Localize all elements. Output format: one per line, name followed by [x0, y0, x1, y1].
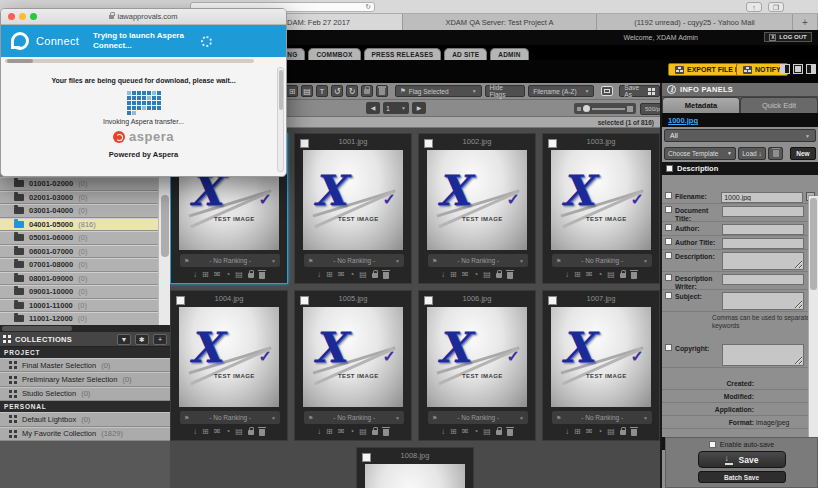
add-to-collection-icon[interactable]: ⊞: [574, 270, 581, 280]
field-checkbox[interactable]: [665, 344, 672, 351]
ranking-dropdown[interactable]: ⚑ - No Ranking - ▼: [428, 411, 528, 424]
browser-tab-xdam-project[interactable]: XDAM QA Server: Test Project A: [403, 14, 597, 30]
email-icon[interactable]: ✉: [214, 427, 221, 437]
flag-selected-dropdown[interactable]: ⚑ Flag Selected ▼: [395, 85, 482, 97]
download-icon[interactable]: ↓: [317, 270, 321, 280]
download-icon[interactable]: ↓: [193, 270, 197, 280]
folder-item[interactable]: 01001-02000(0): [0, 177, 158, 191]
save-button[interactable]: ↓ Save: [698, 451, 786, 468]
description-textarea[interactable]: [722, 252, 804, 270]
next-page-button[interactable]: ▶: [412, 102, 426, 114]
sort-dropdown[interactable]: Filename (A-Z) ▼: [528, 85, 594, 97]
choose-template-dropdown[interactable]: Choose Template ▼: [664, 147, 736, 160]
asset-thumbnail[interactable]: X TEST IMAGE ✓: [303, 307, 403, 407]
add-to-collection-icon[interactable]: ⊞: [450, 427, 457, 437]
ranking-dropdown[interactable]: ⚑ - No Ranking - ▼: [304, 254, 404, 267]
scrollbar-thumb[interactable]: [810, 198, 817, 290]
lock-icon[interactable]: [620, 273, 626, 278]
new-tab-button[interactable]: +: [793, 14, 818, 30]
download-icon[interactable]: ↓: [441, 427, 445, 437]
asset-card[interactable]: 1007.jpg X TEST IMAGE ✓ ⚑ - No Ranking -…: [542, 290, 660, 441]
description-writer-input[interactable]: [722, 274, 804, 285]
trash-icon[interactable]: [376, 85, 388, 97]
field-checkbox[interactable]: [665, 252, 672, 259]
load-template-button[interactable]: Load ↓: [738, 147, 766, 160]
fullscreen-icon[interactable]: [601, 86, 613, 96]
asset-card[interactable]: 1004.jpg X TEST IMAGE ✓ ⚑ - No Ranking -…: [170, 290, 288, 441]
folder-item[interactable]: 03001-04000(0): [0, 204, 158, 218]
asset-card[interactable]: 1001.jpg X TEST IMAGE ✓ ⚑ - No Ranking -…: [294, 133, 412, 284]
lock-icon[interactable]: [496, 430, 502, 435]
close-window-icon[interactable]: [8, 13, 15, 20]
history-icon[interactable]: ◔: [350, 427, 355, 437]
add-to-collection-icon[interactable]: ⊞: [202, 270, 209, 280]
delete-icon[interactable]: [507, 272, 513, 279]
asset-thumbnail[interactable]: X TEST IMAGE ✓: [427, 150, 527, 250]
email-icon[interactable]: ✉: [462, 427, 469, 437]
asset-thumbnail[interactable]: X TEST IMAGE ✓: [365, 464, 465, 488]
lock-icon[interactable]: [361, 85, 373, 97]
add-to-collection-icon[interactable]: ⊞: [326, 270, 333, 280]
metadata-filter-dropdown[interactable]: All ▼: [664, 129, 816, 142]
folder-item[interactable]: 11001-12000(0): [0, 312, 158, 325]
ranking-dropdown[interactable]: ⚑ - No Ranking - ▼: [304, 411, 404, 424]
field-checkbox[interactable]: [665, 292, 672, 299]
browser-tab-yahoo-mail[interactable]: (1192 unread) - cqyy25 - Yahoo Mail: [597, 14, 793, 30]
delete-icon[interactable]: [383, 429, 389, 436]
nav-tab-ad-site[interactable]: AD SITE: [444, 48, 487, 60]
asset-card[interactable]: 1006.jpg X TEST IMAGE ✓ ⚑ - No Ranking -…: [418, 290, 536, 441]
panel-scrollbar[interactable]: [808, 196, 818, 437]
history-icon[interactable]: ◔: [226, 427, 231, 437]
clipboard-icon[interactable]: ▤: [483, 427, 491, 437]
delete-icon[interactable]: [259, 429, 265, 436]
download-icon[interactable]: ↓: [565, 427, 569, 437]
field-checkbox[interactable]: [665, 238, 672, 245]
collection-item[interactable]: Default Lightbox(0): [0, 412, 170, 426]
minimize-window-icon[interactable]: [19, 13, 26, 20]
history-icon[interactable]: ◔: [474, 270, 479, 280]
delete-icon[interactable]: [383, 272, 389, 279]
asset-card[interactable]: 1003.jpg X TEST IMAGE ✓ ⚑ - No Ranking -…: [542, 133, 660, 284]
hide-flags-button[interactable]: Hide Flags: [485, 85, 526, 97]
history-icon[interactable]: ◔: [226, 270, 231, 280]
folder-item[interactable]: 08001-09000(0): [0, 272, 158, 286]
save-as-button[interactable]: Save As: [619, 85, 660, 97]
rotate-right-icon[interactable]: ↻: [346, 85, 358, 97]
collection-item[interactable]: My Favorite Collection(1829): [0, 427, 170, 441]
folder-item[interactable]: 09001-10000(0): [0, 285, 158, 299]
lock-icon[interactable]: [372, 273, 378, 278]
field-checkbox[interactable]: [665, 192, 672, 199]
new-template-button[interactable]: New: [790, 147, 816, 160]
history-icon[interactable]: ◔: [474, 427, 479, 437]
history-icon[interactable]: ◔: [598, 427, 603, 437]
ranking-dropdown[interactable]: ⚑ - No Ranking - ▼: [552, 254, 652, 267]
folder-item[interactable]: 10001-11000(0): [0, 299, 158, 313]
clipboard-icon[interactable]: ▤: [359, 270, 367, 280]
dialog-titlebar[interactable]: iawapprovals.com: [1, 9, 286, 25]
scrollbar-thumb[interactable]: [161, 195, 169, 257]
ranking-dropdown[interactable]: ⚑ - No Ranking - ▼: [180, 411, 280, 424]
collection-item[interactable]: Final Master Selection(0): [0, 358, 170, 372]
ranking-dropdown[interactable]: ⚑ - No Ranking - ▼: [180, 254, 280, 267]
author-title-input[interactable]: [722, 238, 804, 249]
copyright-textarea[interactable]: [722, 344, 804, 366]
ranking-dropdown[interactable]: ⚑ - No Ranking - ▼: [428, 254, 528, 267]
clipboard-icon[interactable]: ▤: [607, 427, 615, 437]
thumbnail-view-icon[interactable]: ⊞: [286, 85, 298, 97]
clipboard-icon[interactable]: ▤: [607, 270, 615, 280]
filter-icon[interactable]: ▼: [117, 334, 131, 345]
lock-icon[interactable]: [496, 273, 502, 278]
author-input[interactable]: [722, 224, 804, 235]
thumbnail-size-slider[interactable]: [574, 103, 636, 114]
asset-thumbnail[interactable]: X TEST IMAGE ✓: [303, 150, 403, 250]
tab-overview-icon[interactable]: ❐: [768, 2, 784, 12]
clipboard-icon[interactable]: ▤: [359, 427, 367, 437]
lock-icon[interactable]: [620, 430, 626, 435]
delete-icon[interactable]: [507, 429, 513, 436]
folder-item[interactable]: 05001-06000(0): [0, 231, 158, 245]
reload-icon[interactable]: ↻: [365, 3, 371, 10]
nav-tab-admin[interactable]: ADMIN: [490, 48, 528, 60]
delete-icon[interactable]: [259, 272, 265, 279]
field-checkbox[interactable]: [665, 274, 672, 281]
slider-knob[interactable]: [583, 105, 590, 112]
